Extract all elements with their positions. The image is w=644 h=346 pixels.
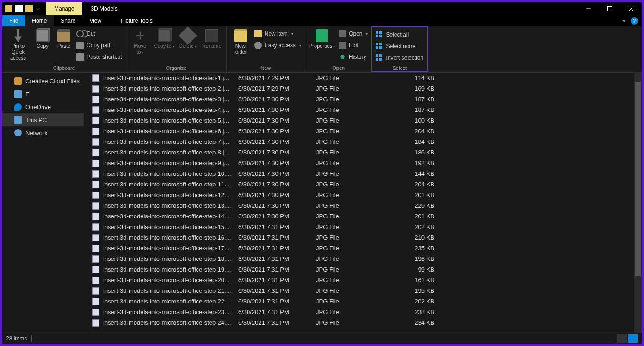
file-row[interactable]: insert-3d-models-into-microsoft-office-s… — [84, 285, 642, 296]
file-date: 6/30/2021 7:30 PM — [238, 170, 316, 177]
file-type: JPG File — [316, 117, 390, 124]
folder-icon — [234, 29, 247, 42]
minimize-ribbon-icon[interactable] — [621, 18, 627, 24]
delete-button[interactable]: Delete▾ — [178, 27, 198, 49]
move-to-button[interactable]: Move to▾ — [130, 27, 150, 56]
file-row[interactable]: insert-3d-models-into-microsoft-office-s… — [84, 94, 642, 105]
jpg-file-icon — [92, 202, 99, 210]
nav-this-pc[interactable]: This PC — [2, 113, 84, 126]
file-size: 238 KB — [390, 309, 434, 315]
file-name: insert-3d-models-into-microsoft-office-s… — [103, 149, 238, 156]
copy-button[interactable]: Copy — [34, 27, 51, 49]
jpg-file-icon — [92, 255, 99, 263]
file-row[interactable]: insert-3d-models-into-microsoft-office-s… — [84, 190, 642, 200]
select-none-button[interactable]: Select none — [376, 42, 423, 51]
select-all-button[interactable]: Select all — [376, 30, 423, 39]
file-date: 6/30/2021 7:30 PM — [238, 181, 316, 188]
file-size: 202 KB — [390, 298, 434, 305]
paste-shortcut-button[interactable]: Paste shortcut — [76, 52, 122, 62]
open-button[interactable]: Open▾ — [339, 29, 368, 38]
file-row[interactable]: insert-3d-models-into-microsoft-office-s… — [84, 126, 642, 136]
file-name: insert-3d-models-into-microsoft-office-s… — [103, 138, 238, 145]
qat-customize-icon[interactable] — [36, 6, 40, 10]
contextual-tab-manage[interactable]: Manage — [46, 2, 82, 15]
jpg-file-icon — [92, 298, 99, 305]
edit-button[interactable]: Edit — [339, 41, 368, 50]
file-date: 6/30/2021 7:31 PM — [238, 255, 316, 262]
tab-share[interactable]: Share — [54, 15, 82, 26]
history-icon — [339, 53, 346, 61]
details-view-button[interactable] — [617, 334, 627, 343]
minimize-button[interactable] — [578, 2, 599, 15]
group-label: Organize — [130, 64, 223, 72]
scrollbar-thumb[interactable] — [635, 82, 641, 276]
new-item-button[interactable]: New item▾ — [254, 29, 301, 38]
vertical-scrollbar[interactable] — [634, 73, 642, 333]
file-row[interactable]: insert-3d-models-into-microsoft-office-s… — [84, 158, 642, 168]
nav-creative-cloud[interactable]: Creative Cloud Files — [2, 74, 84, 87]
rename-button[interactable]: Rename — [201, 27, 223, 49]
new-folder-button[interactable]: New folder — [230, 27, 251, 55]
file-date: 6/30/2021 7:30 PM — [238, 202, 316, 209]
file-size: 161 KB — [390, 277, 434, 284]
svg-rect-1 — [608, 7, 612, 11]
file-row[interactable]: insert-3d-models-into-microsoft-office-s… — [84, 136, 642, 147]
properties-button[interactable]: Properties▾ — [309, 27, 335, 49]
thumbnails-view-button[interactable] — [628, 334, 638, 343]
nav-network[interactable]: Network — [2, 126, 84, 139]
qat-folder-icon[interactable] — [25, 5, 33, 12]
paste-shortcut-icon — [76, 53, 84, 61]
tab-view[interactable]: View — [82, 15, 108, 26]
status-divider — [31, 335, 32, 342]
qat-save-icon[interactable] — [15, 5, 23, 12]
history-button[interactable]: History — [339, 52, 368, 62]
cut-button[interactable]: Cut — [76, 29, 122, 38]
file-row[interactable]: insert-3d-models-into-microsoft-office-s… — [84, 243, 642, 253]
file-row[interactable]: insert-3d-models-into-microsoft-office-s… — [84, 307, 642, 317]
pin-to-quick-access-button[interactable]: Pin to Quick access — [6, 27, 30, 61]
file-row[interactable]: insert-3d-models-into-microsoft-office-s… — [84, 296, 642, 307]
close-button[interactable] — [620, 2, 642, 15]
file-row[interactable]: insert-3d-models-into-microsoft-office-s… — [84, 253, 642, 264]
file-row[interactable]: insert-3d-models-into-microsoft-office-s… — [84, 200, 642, 211]
easy-access-button[interactable]: Easy access▾ — [254, 41, 301, 50]
file-name: insert-3d-models-into-microsoft-office-s… — [103, 234, 238, 241]
file-name: insert-3d-models-into-microsoft-office-s… — [103, 117, 238, 124]
file-row[interactable]: insert-3d-models-into-microsoft-office-s… — [84, 264, 642, 275]
file-row[interactable]: insert-3d-models-into-microsoft-office-s… — [84, 232, 642, 243]
file-row[interactable]: insert-3d-models-into-microsoft-office-s… — [84, 105, 642, 115]
file-type: JPG File — [316, 149, 390, 156]
file-row[interactable]: insert-3d-models-into-microsoft-office-s… — [84, 211, 642, 222]
file-type: JPG File — [316, 223, 390, 230]
file-row[interactable]: insert-3d-models-into-microsoft-office-s… — [84, 83, 642, 94]
nav-drive-e[interactable]: E — [2, 87, 84, 100]
file-row[interactable]: insert-3d-models-into-microsoft-office-s… — [84, 179, 642, 190]
paste-button[interactable]: Paste — [55, 27, 73, 49]
file-row[interactable]: insert-3d-models-into-microsoft-office-s… — [84, 317, 642, 328]
file-name: insert-3d-models-into-microsoft-office-s… — [103, 74, 238, 81]
help-button[interactable]: ? — [631, 17, 638, 25]
navigation-pane: Creative Cloud Files E OneDrive This PC … — [2, 73, 84, 333]
nav-onedrive[interactable]: OneDrive — [2, 100, 84, 113]
invert-selection-button[interactable]: Invert selection — [376, 53, 423, 62]
file-date: 6/30/2021 7:30 PM — [238, 106, 316, 113]
file-row[interactable]: insert-3d-models-into-microsoft-office-s… — [84, 147, 642, 158]
file-name: insert-3d-models-into-microsoft-office-s… — [103, 287, 238, 294]
file-row[interactable]: insert-3d-models-into-microsoft-office-s… — [84, 115, 642, 126]
maximize-button[interactable] — [599, 2, 620, 15]
jpg-file-icon — [92, 170, 99, 178]
tab-file[interactable]: File — [2, 15, 25, 26]
group-clipboard: Pin to Quick access Copy Paste Cut Copy … — [2, 26, 126, 72]
file-row[interactable]: insert-3d-models-into-microsoft-office-s… — [84, 168, 642, 179]
file-row[interactable]: insert-3d-models-into-microsoft-office-s… — [84, 222, 642, 232]
copy-path-button[interactable]: Copy path — [76, 41, 122, 50]
tab-picture-tools[interactable]: Picture Tools — [114, 15, 159, 26]
file-type: JPG File — [316, 234, 390, 241]
file-name: insert-3d-models-into-microsoft-office-s… — [103, 266, 238, 273]
file-row[interactable]: insert-3d-models-into-microsoft-office-s… — [84, 73, 642, 83]
file-type: JPG File — [316, 309, 390, 315]
delete-icon — [179, 26, 197, 45]
file-row[interactable]: insert-3d-models-into-microsoft-office-s… — [84, 275, 642, 285]
copy-to-button[interactable]: Copy to▾ — [154, 27, 174, 49]
tab-home[interactable]: Home — [25, 15, 54, 26]
